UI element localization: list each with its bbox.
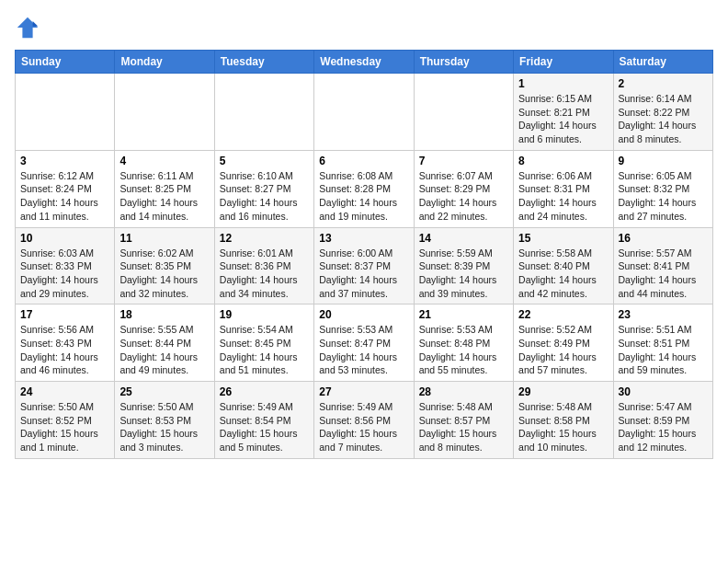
day-detail: Sunrise: 6:12 AM Sunset: 8:24 PM Dayligh…: [20, 169, 109, 224]
page-header: [15, 15, 713, 40]
day-number: 26: [220, 385, 309, 398]
day-detail: Sunrise: 5:48 AM Sunset: 8:57 PM Dayligh…: [419, 400, 508, 454]
calendar-cell: 27Sunrise: 5:49 AM Sunset: 8:56 PM Dayli…: [314, 382, 414, 459]
day-number: 3: [20, 155, 109, 167]
calendar-cell: 23Sunrise: 5:51 AM Sunset: 8:51 PM Dayli…: [613, 304, 712, 382]
day-number: 10: [20, 232, 109, 245]
day-number: 30: [619, 385, 708, 398]
calendar-cell: 2Sunrise: 6:14 AM Sunset: 8:22 PM Daylig…: [613, 74, 712, 151]
day-detail: Sunrise: 5:55 AM Sunset: 8:44 PM Dayligh…: [119, 323, 209, 377]
day-detail: Sunrise: 6:14 AM Sunset: 8:22 PM Dayligh…: [619, 92, 708, 146]
day-number: 23: [619, 308, 708, 321]
col-header-tuesday: Tuesday: [214, 51, 313, 74]
day-number: 28: [419, 385, 508, 398]
calendar-week-1: 1Sunrise: 6:15 AM Sunset: 8:21 PM Daylig…: [16, 74, 713, 151]
day-detail: Sunrise: 5:49 AM Sunset: 8:56 PM Dayligh…: [319, 400, 408, 454]
day-number: 12: [220, 232, 309, 245]
col-header-thursday: Thursday: [414, 51, 513, 74]
day-number: 16: [619, 232, 708, 245]
day-detail: Sunrise: 6:02 AM Sunset: 8:35 PM Dayligh…: [119, 247, 209, 301]
calendar-cell: 13Sunrise: 6:00 AM Sunset: 8:37 PM Dayli…: [314, 227, 414, 304]
calendar-cell: 6Sunrise: 6:08 AM Sunset: 8:28 PM Daylig…: [314, 150, 414, 227]
calendar-cell: 5Sunrise: 6:10 AM Sunset: 8:27 PM Daylig…: [214, 150, 313, 227]
day-detail: Sunrise: 6:15 AM Sunset: 8:21 PM Dayligh…: [518, 92, 608, 146]
day-number: 4: [119, 155, 209, 167]
calendar-cell: 15Sunrise: 5:58 AM Sunset: 8:40 PM Dayli…: [514, 227, 613, 304]
day-detail: Sunrise: 5:48 AM Sunset: 8:58 PM Dayligh…: [518, 400, 608, 454]
calendar-cell: 20Sunrise: 5:53 AM Sunset: 8:47 PM Dayli…: [314, 304, 414, 382]
calendar-cell: 24Sunrise: 5:50 AM Sunset: 8:52 PM Dayli…: [16, 382, 115, 459]
day-detail: Sunrise: 6:07 AM Sunset: 8:29 PM Dayligh…: [419, 169, 508, 224]
day-detail: Sunrise: 6:08 AM Sunset: 8:28 PM Dayligh…: [319, 169, 408, 224]
calendar-cell: 25Sunrise: 5:50 AM Sunset: 8:53 PM Dayli…: [115, 382, 214, 459]
day-detail: Sunrise: 5:51 AM Sunset: 8:51 PM Dayligh…: [619, 323, 708, 377]
calendar-cell: 16Sunrise: 5:57 AM Sunset: 8:41 PM Dayli…: [613, 227, 712, 304]
calendar-cell: 17Sunrise: 5:56 AM Sunset: 8:43 PM Dayli…: [16, 304, 115, 382]
col-header-monday: Monday: [115, 51, 214, 74]
calendar-cell: 14Sunrise: 5:59 AM Sunset: 8:39 PM Dayli…: [414, 227, 513, 304]
svg-marker-1: [33, 21, 39, 27]
col-header-wednesday: Wednesday: [314, 51, 414, 74]
calendar-header-row: SundayMondayTuesdayWednesdayThursdayFrid…: [16, 51, 713, 74]
day-number: 21: [419, 308, 508, 321]
calendar-week-4: 17Sunrise: 5:56 AM Sunset: 8:43 PM Dayli…: [16, 304, 713, 382]
calendar-cell: 22Sunrise: 5:52 AM Sunset: 8:49 PM Dayli…: [514, 304, 613, 382]
calendar-week-5: 24Sunrise: 5:50 AM Sunset: 8:52 PM Dayli…: [16, 382, 713, 459]
day-number: 5: [220, 155, 309, 167]
calendar-cell: 19Sunrise: 5:54 AM Sunset: 8:45 PM Dayli…: [214, 304, 313, 382]
day-number: 2: [619, 77, 708, 90]
calendar-cell: 18Sunrise: 5:55 AM Sunset: 8:44 PM Dayli…: [115, 304, 214, 382]
day-detail: Sunrise: 6:05 AM Sunset: 8:32 PM Dayligh…: [619, 169, 708, 224]
calendar-week-2: 3Sunrise: 6:12 AM Sunset: 8:24 PM Daylig…: [16, 150, 713, 227]
calendar-cell: [314, 74, 414, 151]
day-detail: Sunrise: 5:58 AM Sunset: 8:40 PM Dayligh…: [518, 247, 608, 301]
calendar-cell: 10Sunrise: 6:03 AM Sunset: 8:33 PM Dayli…: [16, 227, 115, 304]
calendar-cell: [115, 74, 214, 151]
day-detail: Sunrise: 6:01 AM Sunset: 8:36 PM Dayligh…: [220, 247, 309, 301]
day-number: 14: [419, 232, 508, 245]
day-number: 27: [319, 385, 408, 398]
day-number: 25: [119, 385, 209, 398]
day-detail: Sunrise: 6:11 AM Sunset: 8:25 PM Dayligh…: [119, 169, 209, 224]
day-number: 8: [518, 155, 608, 167]
day-number: 15: [518, 232, 608, 245]
day-detail: Sunrise: 5:56 AM Sunset: 8:43 PM Dayligh…: [20, 323, 109, 377]
day-detail: Sunrise: 5:54 AM Sunset: 8:45 PM Dayligh…: [220, 323, 309, 377]
day-number: 11: [119, 232, 209, 245]
day-detail: Sunrise: 6:06 AM Sunset: 8:31 PM Dayligh…: [518, 169, 608, 224]
calendar-cell: 26Sunrise: 5:49 AM Sunset: 8:54 PM Dayli…: [214, 382, 313, 459]
calendar-cell: 7Sunrise: 6:07 AM Sunset: 8:29 PM Daylig…: [414, 150, 513, 227]
calendar-week-3: 10Sunrise: 6:03 AM Sunset: 8:33 PM Dayli…: [16, 227, 713, 304]
day-number: 22: [518, 308, 608, 321]
calendar-cell: 9Sunrise: 6:05 AM Sunset: 8:32 PM Daylig…: [613, 150, 712, 227]
day-detail: Sunrise: 5:53 AM Sunset: 8:47 PM Dayligh…: [319, 323, 408, 377]
day-detail: Sunrise: 5:49 AM Sunset: 8:54 PM Dayligh…: [220, 400, 309, 454]
calendar-cell: 21Sunrise: 5:53 AM Sunset: 8:48 PM Dayli…: [414, 304, 513, 382]
calendar-cell: 28Sunrise: 5:48 AM Sunset: 8:57 PM Dayli…: [414, 382, 513, 459]
day-detail: Sunrise: 6:03 AM Sunset: 8:33 PM Dayligh…: [20, 247, 109, 301]
day-number: 20: [319, 308, 408, 321]
col-header-sunday: Sunday: [16, 51, 115, 74]
calendar-cell: 3Sunrise: 6:12 AM Sunset: 8:24 PM Daylig…: [16, 150, 115, 227]
day-number: 29: [518, 385, 608, 398]
calendar-cell: 12Sunrise: 6:01 AM Sunset: 8:36 PM Dayli…: [214, 227, 313, 304]
calendar-cell: 8Sunrise: 6:06 AM Sunset: 8:31 PM Daylig…: [514, 150, 613, 227]
day-detail: Sunrise: 5:59 AM Sunset: 8:39 PM Dayligh…: [419, 247, 508, 301]
logo-icon: [15, 15, 40, 40]
day-detail: Sunrise: 5:47 AM Sunset: 8:59 PM Dayligh…: [619, 400, 708, 454]
day-number: 24: [20, 385, 109, 398]
day-detail: Sunrise: 6:10 AM Sunset: 8:27 PM Dayligh…: [220, 169, 309, 224]
calendar-cell: [414, 74, 513, 151]
day-number: 9: [619, 155, 708, 167]
day-number: 7: [419, 155, 508, 167]
col-header-friday: Friday: [514, 51, 613, 74]
calendar-cell: 4Sunrise: 6:11 AM Sunset: 8:25 PM Daylig…: [115, 150, 214, 227]
day-detail: Sunrise: 5:50 AM Sunset: 8:53 PM Dayligh…: [119, 400, 209, 454]
day-detail: Sunrise: 5:52 AM Sunset: 8:49 PM Dayligh…: [518, 323, 608, 377]
svg-marker-0: [17, 17, 38, 38]
day-number: 6: [319, 155, 408, 167]
day-number: 19: [220, 308, 309, 321]
day-detail: Sunrise: 5:50 AM Sunset: 8:52 PM Dayligh…: [20, 400, 109, 454]
day-number: 13: [319, 232, 408, 245]
calendar-cell: [214, 74, 313, 151]
